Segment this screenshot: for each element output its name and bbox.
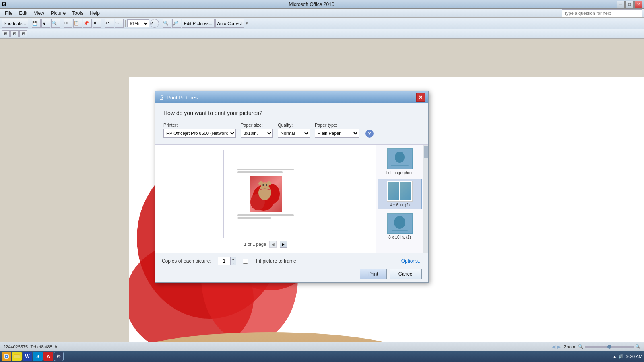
zoom-bar: Zoom: 🔍 🔍 [564, 344, 641, 349]
next-page-button[interactable]: ▶ [280, 241, 287, 248]
paper-size-select[interactable]: 8x10in. 4x6in. Letter [241, 129, 273, 138]
layout-svg-full [388, 149, 412, 169]
paste-button[interactable]: 📌 [83, 19, 92, 28]
svg-point-21 [394, 216, 405, 229]
tb2-btn-1[interactable]: ⊞ [2, 30, 10, 37]
title-bar: 🖼 Microsoft Office 2010 ─ □ ✕ [0, 0, 644, 9]
layout-option-4x6[interactable]: 4 x 6 in. (2) [378, 179, 422, 209]
restore-button[interactable]: □ [625, 1, 634, 8]
copies-spinners: ▲ ▼ [230, 257, 236, 265]
taskbar-office-icon[interactable]: 🖼 [54, 352, 64, 361]
zoom-slider[interactable] [585, 346, 634, 348]
edit-pictures-button[interactable]: Edit Pictures... [182, 19, 215, 28]
delete-button[interactable]: ✕ [93, 19, 101, 28]
layout-thumb-full [387, 148, 413, 169]
quality-label: Quality: [278, 123, 310, 128]
zoom-in-button[interactable]: 🔍 [163, 19, 171, 28]
minimize-button[interactable]: ─ [617, 1, 625, 8]
preview-page [223, 150, 308, 238]
print-button[interactable]: 🖨 [41, 19, 50, 28]
shortcuts-button[interactable]: Shortcuts... [2, 19, 28, 28]
cancel-button[interactable]: Cancel [390, 269, 422, 279]
menu-edit[interactable]: Edit [16, 10, 31, 17]
auto-correct-button[interactable]: Auto Correct [215, 19, 244, 28]
page-navigation: 1 of 1 page ◀ ▶ [244, 241, 287, 248]
taskbar-explorer-icon[interactable] [12, 352, 22, 361]
dropdown-arrow: ▼ [245, 21, 249, 25]
copies-decrement-button[interactable]: ▼ [230, 261, 236, 265]
preview-lines-bottom [237, 214, 294, 219]
toolbar-separator-4 [125, 20, 126, 27]
app-title: Microsoft Office 2010 [6, 2, 617, 7]
dialog-close-button[interactable]: ✕ [416, 93, 425, 102]
layout-panel-wrapper: Full page photo 4 x 6 in. (2) [376, 145, 428, 253]
zoom-out-icon[interactable]: 🔍 [578, 344, 584, 349]
cut-button[interactable]: ✂ [64, 19, 72, 28]
taskbar-right: ▲ 🔊 9:20 AM [613, 354, 642, 359]
taskbar-time: 9:20 AM [626, 354, 642, 359]
svg-point-16 [266, 184, 267, 186]
layout-label-full: Full page photo [386, 171, 414, 175]
nav-next-arrow[interactable]: ▶ [557, 344, 561, 350]
fit-checkbox[interactable] [243, 259, 248, 264]
print-button[interactable]: Print [360, 269, 387, 279]
layout-option-8x10[interactable]: 8 x 10 in. (1) [378, 211, 422, 241]
taskbar: W S A 🖼 ▲ 🔊 9:20 AM [0, 351, 644, 362]
dialog-help-button[interactable]: ? [365, 130, 374, 138]
paper-size-group: Paper size: 8x10in. 4x6in. Letter [241, 123, 273, 138]
svg-point-25 [6, 356, 7, 357]
taskbar-skype-icon[interactable]: S [33, 352, 43, 361]
status-right: ◀ ▶ Zoom: 🔍 🔍 [552, 344, 641, 350]
nav-prev-arrow[interactable]: ◀ [552, 344, 555, 350]
preview-button[interactable]: 🔍 [51, 19, 60, 28]
preview-svg [250, 176, 282, 212]
copy-button[interactable]: 📋 [73, 19, 82, 28]
tb2-btn-2[interactable]: ⊡ [10, 30, 19, 37]
file-name: 2244025575_7cbef8af88_b [3, 344, 57, 349]
app-icon: 🖼 [2, 2, 6, 7]
dialog-title-left: 🖨 Print Pictures [159, 94, 198, 101]
dialog-bottom: Copies of each picture: ▲ ▼ Fit picture … [155, 253, 428, 282]
printer-select[interactable]: HP Officejet Pro 8600 (Network) [163, 129, 236, 138]
taskbar-acrobat-icon[interactable]: A [43, 352, 53, 361]
preview-image [250, 176, 282, 212]
fit-label[interactable]: Fit picture to frame [256, 258, 296, 264]
options-link[interactable]: Options... [401, 258, 422, 264]
copies-input[interactable] [218, 257, 230, 265]
menu-help[interactable]: Help [87, 10, 103, 17]
zoom-in-icon[interactable]: 🔍 [635, 344, 641, 349]
layout-scrollbar-thumb [424, 146, 428, 158]
layout-scrollbar[interactable] [423, 145, 428, 253]
layout-label-8x10: 8 x 10 in. (1) [388, 235, 411, 239]
prev-page-button[interactable]: ◀ [269, 241, 277, 248]
paper-type-label: Paper type: [315, 123, 359, 128]
save-button[interactable]: 💾 [32, 19, 41, 28]
help-input[interactable] [562, 9, 642, 17]
layout-option-full-page[interactable]: Full page photo [378, 146, 422, 177]
dialog-controls-row: Printer: HP Officejet Pro 8600 (Network)… [163, 123, 420, 138]
preview-line-4 [237, 217, 271, 219]
preview-line-1 [237, 169, 294, 170]
menu-tools[interactable]: Tools [69, 10, 87, 17]
printer-label: Printer: [163, 123, 236, 128]
zoom-label: Zoom: [564, 344, 576, 349]
copies-increment-button[interactable]: ▲ [230, 257, 236, 261]
paper-type-select[interactable]: Plain Paper Photo Paper Glossy Paper [315, 129, 359, 138]
quality-select[interactable]: Normal Draft Best [278, 129, 310, 138]
tb2-btn-3[interactable]: ⊟ [19, 30, 27, 37]
undo-button[interactable]: ↩ [105, 19, 114, 28]
menu-view[interactable]: View [31, 10, 47, 17]
dialog-titlebar: 🖨 Print Pictures ✕ [155, 91, 428, 103]
preview-line-2 [237, 171, 283, 173]
zoom-out-button[interactable]: 🔎 [172, 19, 181, 28]
zoom-help-button[interactable]: ? [150, 19, 159, 28]
menu-file[interactable]: File [2, 10, 16, 17]
close-button[interactable]: ✕ [634, 1, 642, 8]
copies-label: Copies of each picture: [162, 258, 211, 264]
bottom-row-2: Print Cancel [162, 269, 422, 279]
redo-button[interactable]: ↪ [115, 19, 124, 28]
menu-picture[interactable]: Picture [47, 10, 69, 17]
zoom-select[interactable]: 91% 75% 100% [127, 19, 149, 27]
taskbar-chrome-icon[interactable] [2, 352, 11, 361]
taskbar-word-icon[interactable]: W [23, 352, 32, 361]
